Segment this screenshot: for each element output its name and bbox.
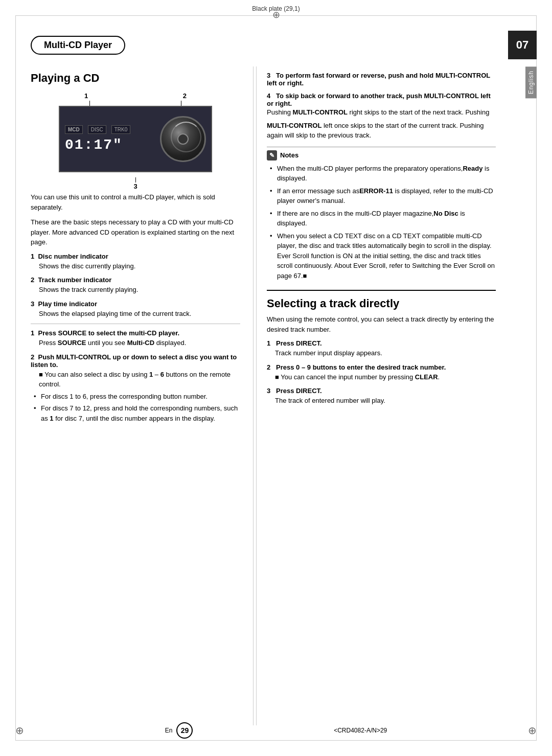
- note2: If an error message such asERROR-11 is d…: [277, 186, 496, 206]
- time-display: 01:17": [65, 137, 160, 153]
- page-title: Playing a CD: [31, 72, 240, 85]
- crosshair-right: ⊕: [528, 724, 537, 737]
- intro-text2: These are the basic steps necessary to p…: [31, 217, 240, 247]
- step1-text: Press SOURCE until you see Multi-CD disp…: [39, 338, 240, 348]
- item2-header: 2 Track number indicator: [31, 276, 240, 284]
- trk-label: TRK0: [111, 125, 131, 134]
- step4-container: 4 To skip back or forward to another tra…: [267, 92, 496, 141]
- notes-header: ✎ Notes: [267, 150, 496, 161]
- notes-icon: ✎: [267, 150, 277, 161]
- right-column: 3 To perform fast forward or reverse, pu…: [256, 66, 506, 725]
- num1-label: 1: [84, 92, 88, 100]
- step2-square: You can also select a disc by using 1 – …: [39, 370, 240, 390]
- item1-num: 1: [31, 253, 34, 260]
- item3-desc: Shows the elapsed playing time of the cu…: [39, 309, 240, 319]
- main-content: Playing a CD 1 2 MCD DISC TRK0: [15, 66, 506, 725]
- step4-text2: MULTI-CONTROL left once skips to the sta…: [267, 121, 496, 141]
- line2: [181, 101, 181, 106]
- item3-num: 3: [31, 300, 34, 308]
- section2-title: Selecting a track directly: [267, 290, 496, 310]
- item1-desc: Shows the disc currently playing.: [39, 261, 240, 271]
- step1-heading: 1 Press SOURCE to select the multi-CD pl…: [31, 329, 240, 337]
- step1-num: 1: [31, 329, 34, 337]
- section-badge: 07: [508, 31, 537, 59]
- s2-step2-square: You can cancel the input number by press…: [275, 372, 496, 382]
- english-label: English: [525, 66, 537, 98]
- num3-container: 3: [59, 182, 212, 190]
- line1: [89, 101, 90, 106]
- step1-label: Press SOURCE to select the multi-CD play…: [38, 329, 179, 337]
- footer-code: <CRD4082-A/N>29: [334, 727, 387, 734]
- disc-art: [160, 116, 206, 162]
- step2-bullet2: For discs 7 to 12, press and hold the co…: [41, 403, 240, 423]
- s2-step3-label: Press DIRECT.: [276, 387, 322, 395]
- s2-step3-text: The track of entered number will play.: [275, 396, 496, 406]
- line3-container: [59, 177, 212, 182]
- num2-label: 2: [183, 92, 187, 100]
- step4-text1: Pushing MULTI-CONTROL right skips to the…: [267, 107, 496, 118]
- cd-screen: MCD DISC TRK0 01:17": [59, 106, 212, 172]
- note3: If there are no discs in the multi-CD pl…: [277, 209, 496, 228]
- s2-step2-label: Press 0 – 9 buttons to enter the desired…: [276, 363, 446, 371]
- en-label: En: [165, 727, 173, 734]
- s2-step1-text: Track number input display appears.: [275, 348, 496, 358]
- step3-container: 3 To perform fast forward or reverse, pu…: [267, 72, 496, 87]
- step2-label: Push MULTI-CONTROL up or down to select …: [31, 353, 237, 369]
- s2-step1-label: Press DIRECT.: [276, 339, 322, 347]
- divider1: [31, 324, 240, 324]
- item1-label: Disc number indicator: [38, 253, 108, 260]
- disc-arc: [171, 122, 201, 152]
- step2-num: 2: [31, 353, 34, 361]
- notes-box: ✎ Notes When the multi-CD player perform…: [267, 147, 496, 281]
- multi-cd-header: Multi-CD Player: [31, 36, 125, 55]
- cd-top-row: MCD DISC TRK0: [65, 125, 160, 134]
- cd-display-left: MCD DISC TRK0 01:17": [65, 125, 160, 153]
- page-number: 29: [176, 722, 193, 739]
- num3-label: 3: [133, 182, 137, 190]
- note1: When the multi-CD player performs the pr…: [277, 164, 496, 184]
- s2-step1-heading: 1 Press DIRECT.: [267, 339, 496, 347]
- footer-center: En 29: [165, 722, 193, 739]
- crosshair-top: ⊕: [272, 9, 280, 20]
- mcd-label: MCD: [65, 125, 83, 134]
- notes-label: Notes: [280, 151, 298, 159]
- step3-heading: 3 To perform fast forward or reverse, pu…: [267, 72, 496, 87]
- item1-header: 1 Disc number indicator: [31, 253, 240, 260]
- item2-desc: Shows the track currently playing.: [39, 285, 240, 295]
- item3-label: Play time indicator: [38, 300, 97, 308]
- step2-bullet1: For discs 1 to 6, press the correspondin…: [41, 392, 240, 402]
- left-column: Playing a CD 1 2 MCD DISC TRK0: [15, 66, 250, 725]
- line3: [135, 177, 136, 182]
- s2-step3-heading: 3 Press DIRECT.: [267, 387, 496, 395]
- note4: When you select a CD TEXT disc on a CD T…: [277, 231, 496, 281]
- item3-header: 3 Play time indicator: [31, 300, 240, 308]
- disc-label: DISC: [88, 125, 106, 134]
- step2-heading: 2 Push MULTI-CONTROL up or down to selec…: [31, 353, 240, 369]
- column-divider: [253, 66, 254, 725]
- section2-intro: When using the remote control, you can s…: [267, 314, 496, 334]
- crosshair-left: ⊕: [15, 724, 24, 737]
- page-footer: ⊕ En 29 <CRD4082-A/N>29 ⊕: [15, 722, 537, 739]
- step4-heading: 4 To skip back or forward to another tra…: [267, 92, 496, 107]
- intro-text1: You can use this unit to control a multi…: [31, 192, 240, 212]
- item2-num: 2: [31, 276, 34, 284]
- s2-step2-heading: 2 Press 0 – 9 buttons to enter the desir…: [267, 363, 496, 371]
- item2-label: Track number indicator: [38, 276, 111, 284]
- cd-diagram: 1 2 MCD DISC TRK0 01:17": [59, 92, 212, 190]
